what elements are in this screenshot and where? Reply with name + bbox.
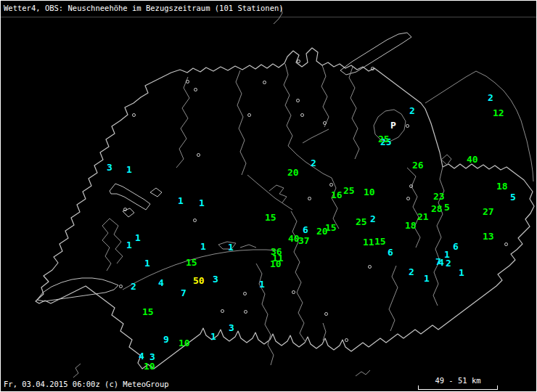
station-value: 15 bbox=[374, 237, 386, 246]
station-value: 1 bbox=[200, 242, 206, 251]
station-value: 3 bbox=[213, 274, 218, 284]
station-value: 6 bbox=[303, 225, 308, 234]
station-value: 1 bbox=[199, 198, 205, 208]
station-value: 20 bbox=[287, 168, 299, 177]
station-value: 26 bbox=[412, 160, 424, 170]
station-value: 2 bbox=[409, 106, 415, 115]
station-value: 4 bbox=[438, 258, 444, 267]
window-title: Wetter4, OBS: Neuschneehöhe im Bezugszei… bbox=[4, 4, 284, 12]
station-value: 1 bbox=[259, 279, 265, 289]
station-value: 50 bbox=[193, 276, 205, 285]
scale-line bbox=[418, 385, 498, 390]
map-scale-bar: 49 - 51 km bbox=[418, 378, 498, 390]
station-value: 25 bbox=[356, 217, 367, 226]
station-value: 1 bbox=[178, 196, 184, 205]
station-value: 12 bbox=[493, 108, 504, 118]
station-value: 23 bbox=[433, 192, 445, 201]
station-value: 18 bbox=[496, 181, 508, 191]
station-value: 5 bbox=[444, 203, 450, 212]
station-value: 20 bbox=[316, 226, 328, 236]
station-value: 2 bbox=[131, 282, 136, 291]
station-value: 10 bbox=[364, 187, 375, 197]
station-value: 1 bbox=[210, 332, 216, 341]
station-value: 15 bbox=[265, 213, 276, 222]
status-text: Fr, 03.04.2015 06:00z (c) MeteoGroup bbox=[4, 380, 169, 388]
station-value: 2 bbox=[370, 214, 376, 224]
station-value: 27 bbox=[483, 207, 494, 216]
station-value: 40 bbox=[467, 155, 478, 164]
station-values-layer: 3121121111661142379433122561742121252520… bbox=[1, 1, 536, 391]
station-value: 25 bbox=[343, 186, 355, 195]
station-value: 2 bbox=[488, 93, 493, 102]
station-value: 10 bbox=[144, 362, 155, 371]
station-value: 25 bbox=[378, 134, 390, 144]
station-value: 5 bbox=[510, 192, 516, 202]
station-value: 3 bbox=[107, 163, 112, 172]
station-value: 15 bbox=[186, 258, 197, 267]
station-value: 1 bbox=[424, 274, 430, 283]
station-value: 1 bbox=[459, 268, 464, 277]
station-value: 7 bbox=[181, 288, 186, 298]
station-value: P bbox=[390, 121, 396, 130]
station-value: 28 bbox=[431, 204, 443, 213]
station-value: 6 bbox=[388, 248, 393, 257]
station-value: 37 bbox=[298, 236, 310, 245]
station-value: 4 bbox=[158, 278, 164, 287]
station-value: 13 bbox=[483, 232, 494, 241]
station-value: 2 bbox=[446, 258, 451, 268]
station-value: 16 bbox=[331, 190, 343, 200]
station-value: 10 bbox=[179, 338, 190, 348]
station-value: 3 bbox=[229, 323, 234, 332]
station-value: 4 bbox=[139, 351, 144, 361]
station-value: 1 bbox=[144, 258, 150, 268]
station-value: 6 bbox=[453, 242, 459, 251]
scale-label: 49 - 51 km bbox=[435, 376, 480, 385]
wetter4-window: 3121121111661142379433122561742121252520… bbox=[0, 0, 537, 392]
station-value: 1 bbox=[126, 240, 132, 250]
station-value: 11 bbox=[363, 237, 374, 247]
station-value: 15 bbox=[142, 307, 154, 317]
station-value: 10 bbox=[270, 259, 282, 269]
station-value: 9 bbox=[163, 335, 169, 344]
station-value: 1 bbox=[135, 233, 141, 242]
station-value: 21 bbox=[417, 212, 429, 221]
station-value: 1 bbox=[126, 165, 132, 174]
station-value: 2 bbox=[311, 158, 316, 168]
station-value: 2 bbox=[409, 267, 414, 277]
station-value: 1 bbox=[228, 242, 234, 252]
station-value: 18 bbox=[405, 221, 417, 230]
